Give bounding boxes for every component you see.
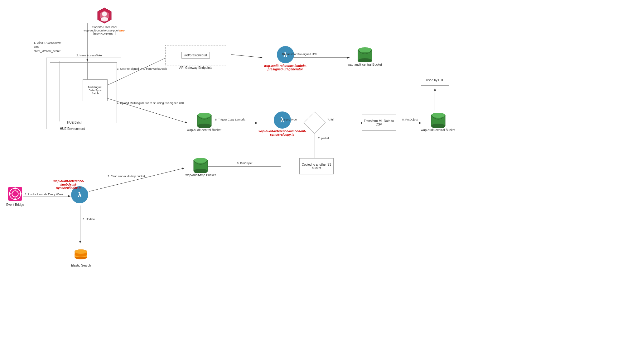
svg-point-45	[14, 198, 16, 200]
elastic-search-node: Elastic Search	[71, 246, 91, 267]
cognito-icon	[95, 6, 114, 25]
cognito-label: Cognito User Pool	[92, 26, 117, 29]
svg-point-44	[14, 187, 16, 189]
s3-central-2-node: wap-audit-central Bucket	[421, 111, 455, 132]
label-request-presigned: Request for Pre-signed URL	[282, 52, 317, 56]
lambda-index-label: wap-audit-reference-lambda-ml-sync/src/i…	[49, 179, 88, 190]
svg-line-15	[89, 168, 184, 191]
label-7-partial: 7. partial	[318, 136, 329, 140]
svg-point-22	[358, 47, 372, 52]
label-trigger-copy: 5. Trigger Copy Lambda	[215, 118, 245, 121]
lambda-presigned-label: wap-audit-reference-lambda-presigned-url…	[260, 64, 310, 71]
hue-environment-label: HUE Environment	[60, 127, 85, 130]
svg-point-46	[9, 193, 11, 195]
svg-point-20	[101, 17, 108, 21]
svg-point-37	[194, 158, 208, 163]
s3-central-2-icon	[430, 111, 447, 128]
cognito-sublabel-normal: wap-audit-cognito-user-pool-	[84, 29, 119, 32]
lambda-presigned-node: λ wap-audit-reference-lambda-presigned-u…	[260, 46, 310, 71]
label-putobject-2: 8. PutObject	[402, 118, 418, 121]
label-get-presigned: 3. Get Pre-signed URL from WorksAudit	[117, 67, 167, 70]
event-bridge-icon	[7, 185, 24, 202]
copied-box: Copied to another S3 bucket	[299, 158, 334, 174]
label-invoke-lambda: 1. Invoke Lambda Every Week	[25, 192, 63, 196]
label-issue-token: 2. Issue AccessToken	[76, 54, 104, 57]
svg-point-47	[20, 193, 22, 195]
s3-central-1-node: wap-audit-central Bucket	[348, 45, 382, 66]
svg-point-57	[75, 249, 87, 254]
s3-tmp-node: wap-audit-tmp Bucket	[186, 156, 216, 177]
cognito-sublabel: wap-audit-cognito-user-pool-hue-[ENVIRON…	[76, 29, 133, 35]
used-by-etl-box: Used by ETL	[421, 75, 449, 86]
sync-type-diamond-wrapper	[306, 115, 323, 131]
s3-central-upload-icon	[196, 111, 213, 128]
s3-central-1-label: wap-audit-central Bucket	[348, 63, 382, 66]
cognito-node: Cognito User Pool wap-audit-cognito-user…	[76, 6, 133, 35]
elastic-search-icon	[72, 246, 89, 263]
svg-line-4	[231, 54, 262, 58]
diagram-container: HUE Environment HUE Batch Multilingual D…	[0, 0, 632, 364]
lambda-copy-node: λ wap-audit-reference-lambda-ml-sync/src…	[257, 111, 307, 136]
label-obtain-token: 1. Obtain AccessToken with client_id/cli…	[34, 40, 68, 53]
hue-batch-label: HUE Batch	[67, 121, 82, 124]
svg-point-27	[197, 113, 211, 118]
s3-central-upload-label: wap-audit-central Bucket	[187, 128, 221, 132]
label-update: 3. Update	[83, 217, 95, 221]
elastic-search-label: Elastic Search	[71, 264, 91, 267]
svg-point-32	[431, 113, 445, 118]
lambda-index-node: λ wap-audit-reference-lambda-ml-sync/src…	[71, 186, 88, 203]
api-gateway-box: /ref/presignedurl	[165, 45, 226, 65]
svg-point-19	[102, 12, 107, 17]
sync-type-diamond	[304, 112, 326, 134]
event-bridge-label: Event Bridge	[6, 203, 24, 206]
cognito-sublabel-colored: hue	[119, 29, 124, 32]
s3-central-1-icon	[356, 45, 374, 62]
transform-box: Transform ML Data to CSV	[362, 115, 396, 131]
api-endpoint-label: /ref/presignedurl	[184, 54, 207, 57]
api-gateway-label: API Gateway Endpoints	[179, 66, 212, 69]
s3-central-upload-node: wap-audit-central Bucket	[187, 111, 221, 132]
label-upload-multilingual: 4. Upload Multilingual File to S3 using …	[117, 101, 185, 105]
s3-tmp-label: wap-audit-tmp Bucket	[186, 173, 216, 177]
label-7-full: 7. full	[327, 118, 334, 121]
s3-central-2-label: wap-audit-central Bucket	[421, 128, 455, 132]
label-read-tmp: 2. Read wap-audit-tmp bucket	[108, 174, 145, 178]
s3-tmp-icon	[192, 156, 209, 173]
event-bridge-node: Event Bridge	[6, 185, 24, 206]
lambda-copy-label: wap-audit-reference-lambda-ml-sync/src/c…	[257, 130, 307, 136]
label-putobject-1: 8. PutObject	[237, 161, 253, 165]
label-sync-type: 6. Sync Type	[281, 118, 297, 121]
multilingual-box: Multilingual Data Sync Batch	[83, 79, 108, 101]
